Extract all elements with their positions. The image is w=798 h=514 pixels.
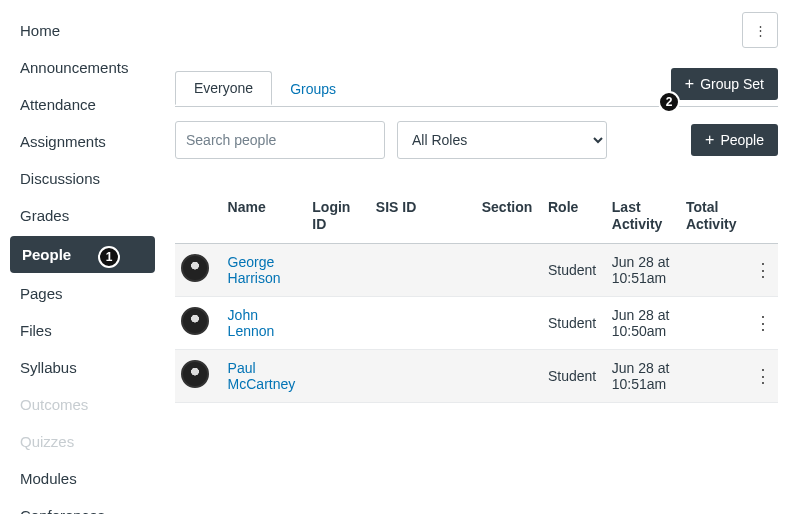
table-row: John LennonStudentJun 28 at 10:50am⋮ — [175, 296, 778, 349]
sidebar-item-files[interactable]: Files — [0, 312, 155, 349]
cell-role: Student — [542, 296, 606, 349]
user-name-link[interactable]: George Harrison — [228, 254, 281, 286]
sidebar-item-attendance[interactable]: Attendance — [0, 86, 155, 123]
sidebar-item-grades[interactable]: Grades — [0, 197, 155, 234]
add-people-label: People — [720, 132, 764, 148]
col-header-name: Name — [222, 189, 307, 243]
cell-last-activity: Jun 28 at 10:50am — [606, 296, 680, 349]
cell-last-activity: Jun 28 at 10:51am — [606, 243, 680, 296]
add-group-set-button[interactable]: + Group Set — [671, 68, 778, 100]
sidebar-item-quizzes: Quizzes — [0, 423, 155, 460]
callout-badge-1: 1 — [98, 246, 120, 268]
add-people-button[interactable]: + People — [691, 124, 778, 156]
row-options-button[interactable]: ⋮ — [746, 296, 778, 349]
sidebar-item-conferences[interactable]: Conferences — [0, 497, 155, 514]
user-name-link[interactable]: John Lennon — [228, 307, 275, 339]
cell-section — [476, 296, 542, 349]
col-header-role: Role — [542, 189, 606, 243]
kebab-icon: ⋮ — [754, 260, 772, 280]
avatar — [181, 360, 209, 388]
user-name-link[interactable]: Paul McCartney — [228, 360, 296, 392]
tab-everyone[interactable]: Everyone — [175, 71, 272, 105]
table-row: Paul McCartneyStudentJun 28 at 10:51am⋮ — [175, 349, 778, 402]
cell-sis-id — [370, 243, 476, 296]
row-options-button[interactable]: ⋮ — [746, 243, 778, 296]
page-options-button[interactable]: ⋮ — [742, 12, 778, 48]
search-input[interactable] — [175, 121, 385, 159]
callout-badge-2: 2 — [658, 91, 680, 113]
cell-login-id — [306, 349, 370, 402]
cell-last-activity: Jun 28 at 10:51am — [606, 349, 680, 402]
sidebar-item-discussions[interactable]: Discussions — [0, 160, 155, 197]
table-header-row: Name Login ID SIS ID Section Role Last A… — [175, 189, 778, 243]
cell-total-activity — [680, 243, 746, 296]
add-group-set-label: Group Set — [700, 76, 764, 92]
main-content: ⋮ EveryoneGroups + Group Set All Roles +… — [155, 0, 798, 514]
plus-icon: + — [685, 76, 694, 92]
avatar — [181, 307, 209, 335]
cell-section — [476, 243, 542, 296]
sidebar-item-assignments[interactable]: Assignments — [0, 123, 155, 160]
col-header-login-id: Login ID — [306, 189, 370, 243]
people-table: Name Login ID SIS ID Section Role Last A… — [175, 189, 778, 403]
tab-groups[interactable]: Groups — [272, 73, 354, 105]
sidebar-item-modules[interactable]: Modules — [0, 460, 155, 497]
kebab-icon: ⋮ — [754, 23, 767, 38]
cell-login-id — [306, 296, 370, 349]
cell-section — [476, 349, 542, 402]
cell-role: Student — [542, 349, 606, 402]
col-header-last-activity: Last Activity — [606, 189, 680, 243]
sidebar-item-pages[interactable]: Pages — [0, 275, 155, 312]
col-header-total-activity: Total Activity — [680, 189, 746, 243]
cell-login-id — [306, 243, 370, 296]
role-filter-select[interactable]: All Roles — [397, 121, 607, 159]
sidebar-item-home[interactable]: Home — [0, 12, 155, 49]
row-options-button[interactable]: ⋮ — [746, 349, 778, 402]
table-row: George HarrisonStudentJun 28 at 10:51am⋮ — [175, 243, 778, 296]
sidebar-item-announcements[interactable]: Announcements — [0, 49, 155, 86]
cell-sis-id — [370, 349, 476, 402]
col-header-sis-id: SIS ID — [370, 189, 476, 243]
col-header-section: Section — [476, 189, 542, 243]
avatar — [181, 254, 209, 282]
cell-total-activity — [680, 349, 746, 402]
plus-icon: + — [705, 132, 714, 148]
sidebar-item-syllabus[interactable]: Syllabus — [0, 349, 155, 386]
sidebar-item-outcomes: Outcomes — [0, 386, 155, 423]
sidebar: HomeAnnouncementsAttendanceAssignmentsDi… — [0, 0, 155, 514]
kebab-icon: ⋮ — [754, 313, 772, 333]
tabs: EveryoneGroups — [175, 70, 671, 104]
cell-total-activity — [680, 296, 746, 349]
sidebar-item-people[interactable]: People — [10, 236, 155, 273]
cell-sis-id — [370, 296, 476, 349]
cell-role: Student — [542, 243, 606, 296]
kebab-icon: ⋮ — [754, 366, 772, 386]
